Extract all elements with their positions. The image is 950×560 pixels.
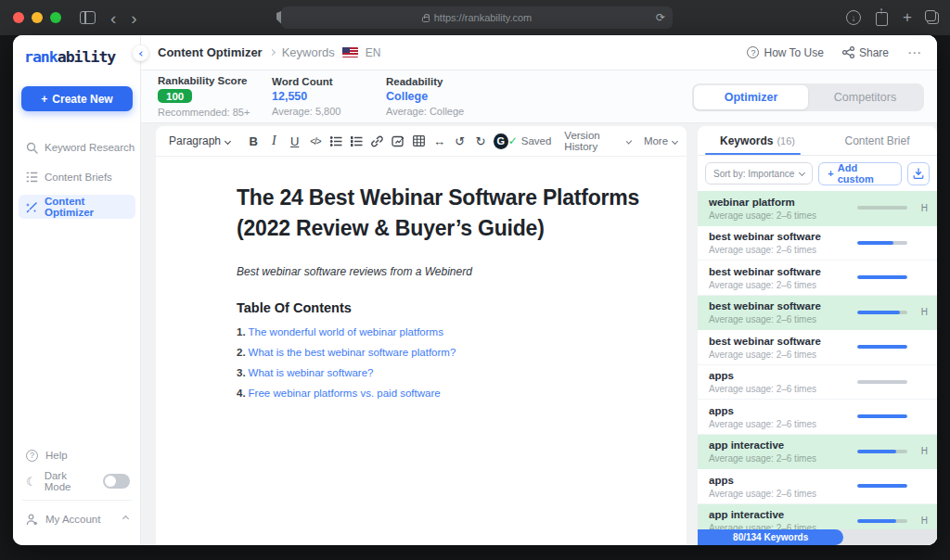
breadcrumb-section[interactable]: Content Optimizer bbox=[158, 45, 263, 59]
toc-link[interactable]: What is the best webinar software platfo… bbox=[249, 347, 456, 358]
export-keywords-button[interactable] bbox=[907, 162, 930, 185]
keyword-row[interactable]: best webinar softwareAverage usage: 2–6 … bbox=[698, 261, 937, 296]
keyword-row[interactable]: app interactiveAverage usage: 2–6 timesH bbox=[698, 504, 937, 530]
keyword-term: webinar platform bbox=[709, 196, 857, 210]
breadcrumb: Content Optimizer Keywords EN bbox=[158, 45, 380, 59]
create-new-button[interactable]: + Create New bbox=[21, 86, 133, 111]
keyword-usage: Average usage: 2–6 times bbox=[709, 453, 857, 464]
app-window: rankability + Create New Keyword Researc… bbox=[13, 35, 937, 545]
document-title[interactable]: The 24 Best Webinar Software Platforms (… bbox=[237, 183, 663, 245]
tab-optimizer[interactable]: Optimizer bbox=[694, 85, 808, 109]
document-body[interactable]: The 24 Best Webinar Software Platforms (… bbox=[156, 157, 687, 399]
link-button[interactable] bbox=[368, 131, 387, 151]
sidebar-item-content-briefs[interactable]: Content Briefs bbox=[19, 165, 135, 189]
stat-word-count: Word Count 12,550 Average: 5,800 bbox=[272, 76, 369, 117]
browser-sidebar-icon[interactable] bbox=[80, 11, 96, 24]
sidebar-nav: Keyword Research Content Briefs Content … bbox=[19, 135, 135, 219]
bold-button[interactable]: B bbox=[244, 131, 263, 151]
add-custom-button[interactable]: +Add custom bbox=[818, 162, 902, 185]
keyword-term: best webinar software bbox=[709, 230, 857, 244]
saved-status: ✓Saved bbox=[508, 134, 552, 147]
tab-competitors[interactable]: Competitors bbox=[808, 85, 922, 109]
minimize-window-button[interactable] bbox=[32, 12, 43, 23]
share-button[interactable]: Share bbox=[842, 46, 889, 59]
keyword-progress-bar bbox=[857, 414, 907, 418]
keywords-list: webinar platformAverage usage: 2–6 times… bbox=[698, 191, 937, 529]
help-button[interactable]: ? Help bbox=[19, 442, 135, 468]
more-dropdown[interactable]: More bbox=[644, 135, 677, 146]
toc-link[interactable]: The wonderful world of webinar platforms bbox=[249, 326, 443, 337]
close-window-button[interactable] bbox=[13, 12, 24, 23]
sidebar-footer: ? Help ☾ Dark Mode My Account bbox=[19, 442, 135, 532]
numbered-list-button[interactable] bbox=[347, 131, 366, 151]
keyword-row[interactable]: best webinar softwareAverage usage: 2–6 … bbox=[698, 330, 937, 365]
panel-tabs: Keywords(16) Content Brief bbox=[698, 126, 937, 156]
back-button[interactable]: ‹ bbox=[110, 9, 116, 27]
stats-bar: Rankability Score 100 Recommended: 85+ W… bbox=[141, 70, 937, 123]
keyword-row[interactable]: appsAverage usage: 2–6 times bbox=[698, 400, 937, 435]
tab-keywords[interactable]: Keywords(16) bbox=[698, 126, 817, 155]
table-button[interactable] bbox=[409, 131, 428, 151]
collapse-sidebar-button[interactable] bbox=[133, 45, 148, 61]
stat-rankability-score: Rankability Score 100 Recommended: 85+ bbox=[158, 75, 255, 118]
panel-controls: Sort by: Importance +Add custom bbox=[698, 156, 937, 191]
address-bar[interactable]: https://rankability.com ⟳ bbox=[281, 6, 673, 29]
underline-button[interactable]: U bbox=[286, 131, 304, 151]
keyword-text: best webinar softwareAverage usage: 2–6 … bbox=[709, 335, 857, 360]
main-area: Content Optimizer Keywords EN ? How To U… bbox=[141, 35, 937, 545]
rankability-logo[interactable]: rankability bbox=[24, 48, 140, 66]
grammarly-icon[interactable]: G bbox=[494, 134, 508, 149]
more-options-icon[interactable]: ⋯ bbox=[907, 45, 922, 61]
keyword-term: app interactive bbox=[709, 508, 857, 522]
chevron-up-icon bbox=[123, 514, 128, 525]
tab-overview-icon[interactable] bbox=[927, 12, 939, 24]
how-to-use-button[interactable]: ? How To Use bbox=[747, 46, 823, 59]
heading-indicator: H bbox=[915, 515, 928, 526]
table-of-contents: 1.The wonderful world of webinar platfor… bbox=[237, 326, 649, 399]
zoom-window-button[interactable] bbox=[50, 12, 61, 23]
document-subtitle[interactable]: Best webinar software reviews from a Web… bbox=[237, 265, 649, 278]
media-embed-button[interactable] bbox=[389, 131, 407, 151]
italic-button[interactable]: I bbox=[264, 131, 283, 151]
paragraph-style-dropdown[interactable]: Paragraph bbox=[169, 134, 230, 147]
undo-button[interactable]: ↺ bbox=[451, 131, 469, 151]
language-label[interactable]: EN bbox=[366, 46, 381, 59]
heading-indicator: H bbox=[915, 203, 928, 213]
dark-mode-toggle[interactable] bbox=[103, 474, 130, 489]
redo-button[interactable]: ↻ bbox=[471, 131, 490, 151]
tab-content-brief[interactable]: Content Brief bbox=[817, 126, 937, 155]
keyword-row[interactable]: webinar platformAverage usage: 2–6 times… bbox=[698, 191, 937, 226]
keyword-row[interactable]: best webinar softwareAverage usage: 2–6 … bbox=[698, 226, 937, 261]
dark-mode-row: ☾ Dark Mode bbox=[19, 468, 135, 494]
keywords-progress-bar: 80/134 Keywords bbox=[698, 529, 937, 545]
keyword-term: apps bbox=[709, 474, 857, 488]
downloads-icon[interactable]: ↓ bbox=[846, 10, 861, 25]
toc-item: 3.What is webinar software? bbox=[237, 367, 649, 378]
keyword-progress-bar bbox=[857, 519, 907, 523]
my-account-button[interactable]: My Account bbox=[19, 506, 135, 532]
browser-share-icon[interactable] bbox=[876, 12, 888, 26]
keyword-row[interactable]: appsAverage usage: 2–6 times bbox=[698, 365, 937, 401]
forward-button[interactable]: › bbox=[131, 9, 136, 27]
sidebar-item-keyword-research[interactable]: Keyword Research bbox=[19, 135, 135, 159]
keyword-usage: Average usage: 2–6 times bbox=[709, 489, 857, 499]
score-badge: 100 bbox=[158, 89, 192, 103]
keyword-row[interactable]: best webinar softwareAverage usage: 2–6 … bbox=[698, 296, 937, 331]
toc-link[interactable]: Free webinar platforms vs. paid software bbox=[249, 388, 441, 399]
reload-icon[interactable]: ⟳ bbox=[656, 11, 665, 24]
keyword-text: webinar platformAverage usage: 2–6 times bbox=[709, 196, 857, 221]
sidebar-item-content-optimizer[interactable]: Content Optimizer bbox=[19, 195, 135, 219]
sort-dropdown[interactable]: Sort by: Importance bbox=[705, 162, 813, 185]
horizontal-rule-button[interactable]: ↔ bbox=[430, 131, 448, 151]
version-history-dropdown[interactable]: Version History bbox=[564, 130, 631, 152]
plus-icon: + bbox=[41, 93, 47, 106]
toc-link[interactable]: What is webinar software? bbox=[249, 367, 374, 378]
code-button[interactable]: </> bbox=[306, 131, 325, 151]
keyword-row[interactable]: app interactiveAverage usage: 2–6 timesH bbox=[698, 435, 937, 470]
toc-heading[interactable]: Table Of Contents bbox=[237, 300, 649, 315]
bullet-list-button[interactable] bbox=[327, 131, 345, 151]
new-tab-icon[interactable]: + bbox=[903, 8, 912, 27]
keyword-row[interactable]: appsAverage usage: 2–6 times bbox=[698, 469, 937, 504]
keyword-progress-bar bbox=[857, 450, 907, 453]
keyword-usage: Average usage: 2–6 times bbox=[709, 350, 857, 360]
